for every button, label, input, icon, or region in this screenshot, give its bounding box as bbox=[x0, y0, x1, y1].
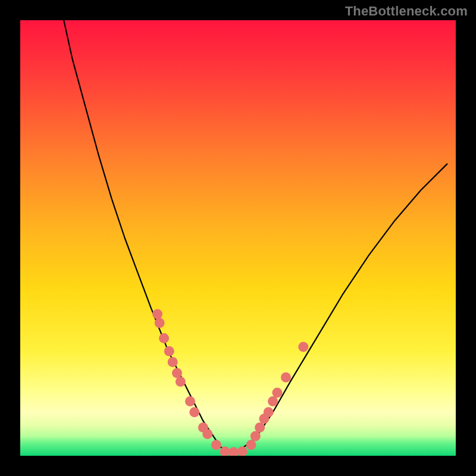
data-marker bbox=[211, 440, 221, 450]
data-marker bbox=[168, 357, 178, 367]
data-marker bbox=[264, 407, 274, 417]
data-marker bbox=[298, 342, 308, 352]
data-marker bbox=[189, 407, 199, 417]
chart-svg bbox=[20, 20, 456, 456]
data-marker bbox=[152, 309, 162, 320]
data-marker bbox=[155, 318, 165, 328]
data-marker bbox=[246, 440, 256, 450]
data-marker bbox=[272, 387, 282, 397]
watermark-label: TheBottleneck.com bbox=[345, 4, 468, 19]
gradient-background bbox=[20, 20, 456, 456]
outer-frame: TheBottleneck.com bbox=[0, 0, 476, 476]
data-marker bbox=[176, 377, 186, 387]
data-marker bbox=[202, 429, 212, 439]
data-marker bbox=[185, 396, 195, 406]
data-marker bbox=[250, 431, 261, 441]
data-marker bbox=[164, 346, 174, 356]
bottleneck-chart bbox=[20, 20, 456, 456]
data-marker bbox=[159, 333, 169, 343]
data-marker bbox=[172, 368, 182, 378]
data-marker bbox=[281, 372, 291, 383]
data-marker bbox=[255, 422, 265, 433]
data-marker bbox=[268, 396, 278, 406]
